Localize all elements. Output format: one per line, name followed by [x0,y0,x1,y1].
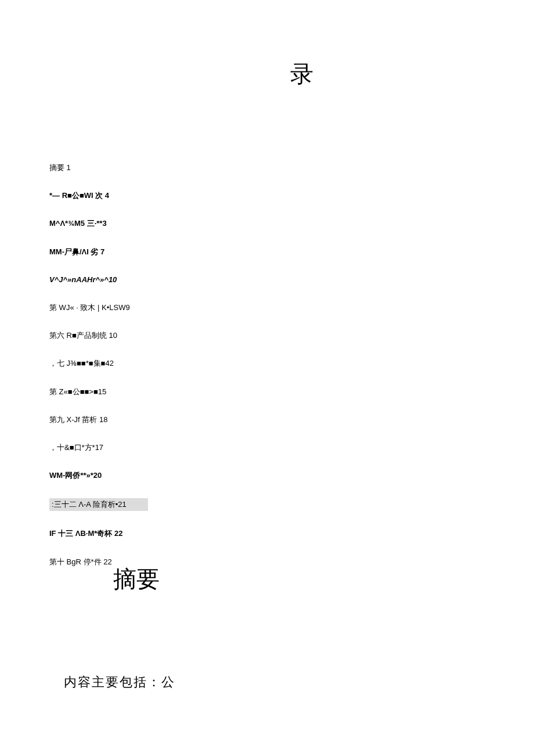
body-paragraph: 内容主要包括：公 [64,674,175,691]
section-heading: 摘要 [113,563,160,595]
toc-item: V^J^»nAAHr^»^10 [49,275,485,285]
toc-item: 第 WJ« · 致木 | K•LSW9 [49,303,485,313]
toc-item: 第九 X-Jf 苗析 18 [49,415,485,425]
toc-item: 摘要 1 [49,163,485,173]
toc-item: ，十&■口*方*17 [49,442,485,453]
toc-item: 第六 R■产品制统 10 [49,330,485,341]
table-of-contents: 摘要 1 *— R■公■WI 次 4 M^Λ*¾M5 三·**3 MM-尸鼻/Λ… [49,163,485,585]
toc-item: IF 十三 ΛB·M*奇杯 22 [49,528,485,539]
toc-item: M^Λ*¾M5 三·**3 [49,218,485,229]
toc-item: 第 Z«■公■■>■15 [49,387,485,397]
page-title: 录 [290,58,313,90]
toc-item-highlighted: :三十二 Λ-A 险育析•21 [49,498,148,511]
toc-item: *— R■公■WI 次 4 [49,190,485,201]
toc-item: ，七 J⅜■■*■集■42 [49,358,485,369]
toc-item: MM-尸鼻/ΛI 劣 7 [49,247,485,257]
toc-item: WM-网侨**»*20 [49,470,485,481]
